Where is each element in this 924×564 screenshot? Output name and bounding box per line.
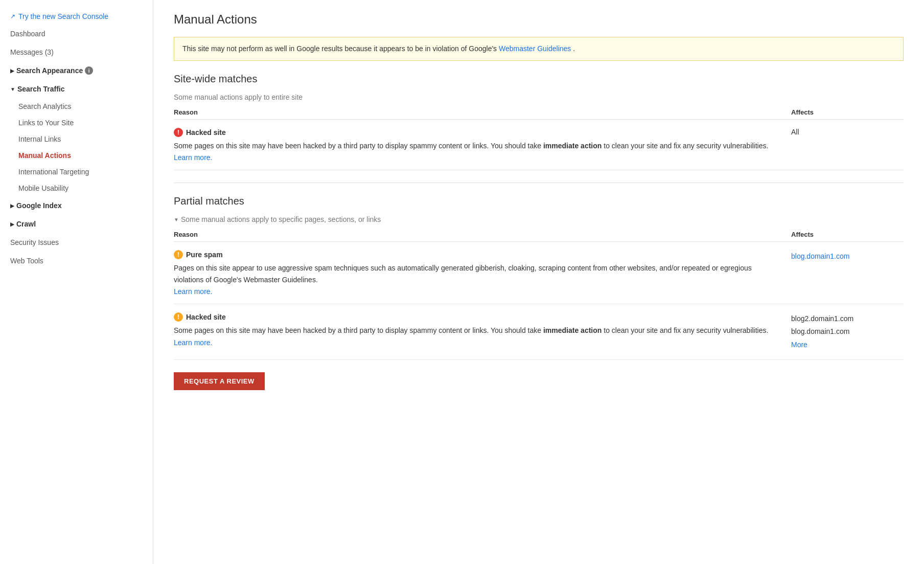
hacked-site-partial-title: ! Hacked site — [174, 312, 781, 322]
sidebar-item-international-targeting[interactable]: International Targeting — [0, 164, 153, 180]
security-issues-label: Security Issues — [10, 238, 59, 246]
site-wide-title: Site-wide matches — [174, 73, 904, 85]
pure-spam-domain[interactable]: blog.domain1.com — [791, 252, 849, 260]
sidebar: ↗ Try the new Search Console Dashboard M… — [0, 0, 153, 564]
pure-spam-body: Pages on this site appear to use aggress… — [174, 262, 781, 285]
warning-text-before: This site may not perform as well in Goo… — [182, 44, 497, 53]
error-icon: ! — [174, 128, 183, 137]
sidebar-item-web-tools[interactable]: Web Tools — [0, 252, 153, 270]
hacked-site-affects-list: blog2.domain1.com blog.domain1.com More — [791, 312, 904, 351]
hacked-site-body-before: Some pages on this site may have been ha… — [174, 142, 541, 150]
sidebar-item-mobile-usability[interactable]: Mobile Usability — [0, 180, 153, 196]
hacked-partial-body-before: Some pages on this site may have been ha… — [174, 326, 541, 334]
hacked-site-title: ! Hacked site — [174, 128, 781, 137]
warning-banner: This site may not perform as well in Goo… — [174, 37, 904, 61]
hacked-site-more-link[interactable]: More — [791, 341, 807, 349]
search-traffic-label: Search Traffic — [17, 85, 65, 93]
sidebar-item-links-to-your-site[interactable]: Links to Your Site — [0, 115, 153, 131]
hacked-site-affects: blog2.domain1.com blog.domain1.com More — [791, 312, 904, 351]
site-wide-col-affects: Affects — [791, 108, 904, 116]
partial-note[interactable]: ▼ Some manual actions apply to specific … — [174, 215, 904, 223]
warning-icon-hacked: ! — [174, 312, 183, 322]
hacked-site-body-bold: immediate action — [543, 142, 602, 150]
pure-spam-affects-list: blog.domain1.com — [791, 250, 904, 263]
sidebar-section-crawl[interactable]: ▶ Crawl — [0, 215, 153, 233]
pure-spam-reason: ! Pure spam Pages on this site appear to… — [174, 250, 791, 296]
google-index-label: Google Index — [16, 201, 62, 210]
site-wide-affects-all: All — [791, 128, 904, 162]
partial-note-text: Some manual actions apply to specific pa… — [181, 215, 381, 223]
hacked-site-partial-body: Some pages on this site may have been ha… — [174, 325, 781, 336]
warning-icon-spam: ! — [174, 250, 183, 259]
try-new-label: Try the new Search Console — [18, 12, 108, 20]
sidebar-item-search-analytics[interactable]: Search Analytics — [0, 98, 153, 115]
partial-table-header: Reason Affects — [174, 228, 904, 242]
sidebar-section-search-appearance[interactable]: ▶ Search Appearance i — [0, 61, 153, 80]
try-new-search-console-link[interactable]: ↗ Try the new Search Console — [0, 8, 153, 25]
site-wide-table-header: Reason Affects — [174, 105, 904, 120]
page-title: Manual Actions — [174, 12, 904, 27]
search-analytics-label: Search Analytics — [18, 102, 72, 110]
international-targeting-label: International Targeting — [18, 168, 89, 176]
section-divider — [174, 183, 904, 183]
search-traffic-arrow: ▼ — [10, 86, 15, 92]
hacked-site-label: Hacked site — [186, 128, 226, 137]
sidebar-item-messages[interactable]: Messages (3) — [0, 43, 153, 61]
internal-links-label: Internal Links — [18, 135, 61, 143]
pure-spam-affects: blog.domain1.com — [791, 250, 904, 296]
site-wide-note: Some manual actions apply to entire site — [174, 93, 904, 101]
site-wide-reason-hacked: ! Hacked site Some pages on this site ma… — [174, 128, 791, 162]
hacked-site-partial-learn-more[interactable]: Learn more. — [174, 339, 781, 347]
google-index-arrow: ▶ — [10, 203, 14, 209]
hacked-site-body: Some pages on this site may have been ha… — [174, 140, 781, 151]
crawl-label: Crawl — [16, 220, 36, 228]
crawl-arrow: ▶ — [10, 221, 14, 227]
sidebar-section-google-index[interactable]: ▶ Google Index — [0, 196, 153, 215]
partial-row-hacked-site: ! Hacked site Some pages on this site ma… — [174, 304, 904, 360]
warning-text-after: . — [573, 44, 575, 53]
pure-spam-learn-more[interactable]: Learn more. — [174, 287, 781, 296]
site-wide-col-reason: Reason — [174, 108, 791, 116]
mobile-usability-label: Mobile Usability — [18, 184, 68, 192]
messages-label: Messages (3) — [10, 48, 54, 56]
hacked-site-partial-reason: ! Hacked site Some pages on this site ma… — [174, 312, 791, 351]
search-appearance-label: Search Appearance — [16, 66, 83, 75]
search-appearance-arrow: ▶ — [10, 68, 14, 74]
links-to-your-site-label: Links to Your Site — [18, 119, 74, 127]
hacked-site-body-after: to clean your site and fix any security … — [604, 142, 768, 150]
hacked-domain-1: blog2.domain1.com — [791, 312, 904, 325]
sidebar-item-manual-actions[interactable]: Manual Actions — [0, 147, 153, 164]
hacked-domain-2: blog.domain1.com — [791, 325, 904, 338]
partial-col-reason: Reason — [174, 231, 791, 238]
hacked-partial-body-bold: immediate action — [543, 326, 602, 334]
hacked-site-learn-more[interactable]: Learn more. — [174, 153, 781, 162]
sidebar-item-security-issues[interactable]: Security Issues — [0, 233, 153, 252]
pure-spam-title: ! Pure spam — [174, 250, 781, 259]
partial-title: Partial matches — [174, 195, 904, 207]
manual-actions-label: Manual Actions — [18, 151, 71, 160]
partial-col-affects: Affects — [791, 231, 904, 238]
pure-spam-label: Pure spam — [186, 251, 223, 259]
request-review-button[interactable]: REQUEST A REVIEW — [174, 372, 265, 390]
partial-note-arrow: ▼ — [174, 217, 179, 222]
dashboard-label: Dashboard — [10, 30, 45, 38]
main-content: Manual Actions This site may not perform… — [153, 0, 924, 564]
webmaster-guidelines-link[interactable]: Webmaster Guidelines — [499, 44, 571, 53]
sidebar-item-dashboard[interactable]: Dashboard — [0, 25, 153, 43]
hacked-partial-body-after: to clean your site and fix any security … — [604, 326, 768, 334]
external-link-icon: ↗ — [10, 13, 15, 20]
partial-row-pure-spam: ! Pure spam Pages on this site appear to… — [174, 242, 904, 304]
search-appearance-info-icon[interactable]: i — [85, 66, 93, 75]
hacked-site-partial-label: Hacked site — [186, 313, 226, 321]
sidebar-section-search-traffic[interactable]: ▼ Search Traffic — [0, 80, 153, 98]
site-wide-row-hacked-site: ! Hacked site Some pages on this site ma… — [174, 120, 904, 170]
sidebar-item-internal-links[interactable]: Internal Links — [0, 131, 153, 147]
web-tools-label: Web Tools — [10, 257, 43, 265]
